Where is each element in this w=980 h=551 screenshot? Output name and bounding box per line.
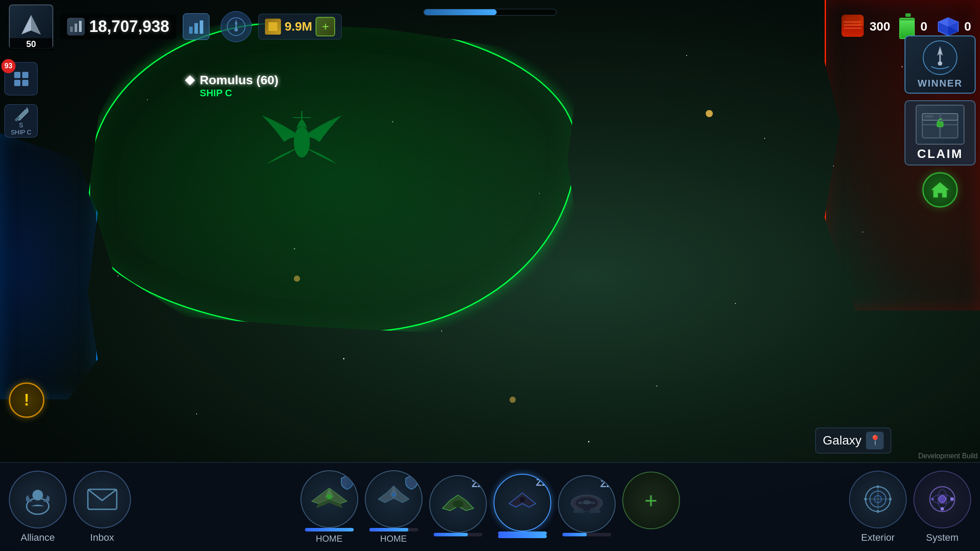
wrench-icon — [12, 106, 30, 122]
ship-2-health-bar — [369, 528, 418, 531]
power-icon — [67, 18, 85, 35]
green-resource-value: 0 — [921, 20, 928, 34]
grid-icon — [12, 70, 30, 88]
inbox-button[interactable]: Inbox — [73, 471, 131, 543]
claim-button[interactable]: CLAIM — [905, 100, 976, 165]
alliance-button-circle — [9, 471, 67, 528]
ship-4-health-bar-2 — [498, 535, 547, 538]
svg-point-34 — [520, 497, 525, 502]
svg-rect-7 — [194, 23, 198, 34]
repair-button[interactable]: SSHIP C — [4, 104, 38, 138]
sleep-4-icon: ZZ — [536, 477, 548, 488]
svg-point-50 — [889, 498, 892, 500]
svg-point-49 — [864, 498, 867, 500]
chart-button[interactable] — [183, 13, 209, 40]
alert-icon: ! — [24, 391, 29, 409]
exterior-circle — [849, 471, 907, 528]
starfleet-logo-icon — [18, 13, 44, 40]
sleep-3-icon: ZZ — [472, 478, 484, 490]
ship-shield-icon — [340, 475, 354, 492]
svg-rect-27 — [925, 115, 933, 118]
svg-rect-17 — [14, 80, 20, 86]
galaxy-label[interactable]: Galaxy 📍 — [815, 428, 891, 453]
bottom-bar: Alliance Inbox — [0, 462, 980, 551]
alliance-icon[interactable] — [221, 11, 252, 42]
svg-point-52 — [939, 496, 946, 503]
svg-rect-18 — [22, 80, 28, 86]
ship-circle-5: ZZ NCC-1701 — [558, 475, 616, 533]
svg-rect-3 — [70, 27, 73, 32]
svg-rect-39 — [583, 507, 590, 511]
system-button[interactable]: System — [913, 471, 971, 543]
red-resource: 300 — [842, 15, 890, 39]
inbox-icon — [86, 485, 119, 514]
svg-text:NCC-1701: NCC-1701 — [578, 501, 595, 505]
blue-resource: 0 — [936, 16, 971, 38]
power-display: 18,707,938 — [60, 14, 176, 39]
add-ship-circle: + — [622, 472, 680, 529]
currency-bar: 9.9M + — [258, 14, 342, 39]
svg-point-31 — [327, 494, 332, 500]
svg-point-47 — [877, 485, 879, 488]
ship-3-icon — [436, 486, 480, 522]
home-icon — [929, 179, 951, 201]
ship-slot-2[interactable]: HOME — [365, 470, 423, 544]
svg-rect-6 — [189, 27, 193, 34]
ship-4-health-bars — [498, 534, 547, 538]
ship-3-health-bar — [434, 533, 482, 536]
ship-5-health-bar — [562, 533, 611, 536]
right-panel: WINNER CLAIM — [905, 35, 976, 208]
ship-circle-3: ZZ — [429, 475, 487, 533]
ship-2-label: HOME — [380, 534, 407, 544]
svg-rect-5 — [79, 21, 82, 32]
svg-point-55 — [950, 497, 954, 501]
missions-badge: 93 — [1, 59, 16, 73]
ship-circle-2 — [365, 470, 423, 528]
location-ship: SHIP C — [200, 87, 232, 99]
home-button[interactable] — [922, 172, 958, 208]
ship-slot-4[interactable]: ZZ — [494, 474, 551, 540]
add-gold-button[interactable]: + — [316, 17, 335, 36]
red-resource-icon — [842, 15, 866, 39]
claim-crate-icon — [916, 105, 964, 145]
inbox-button-circle — [73, 471, 131, 528]
crystal-icon — [936, 16, 960, 38]
svg-rect-16 — [22, 72, 28, 78]
svg-point-10 — [234, 28, 238, 31]
left-panel: 93 SSHIP C — [0, 58, 40, 142]
missions-button[interactable]: 93 — [4, 62, 38, 95]
ship-circle-4: ZZ — [494, 474, 551, 531]
location-name: Romulus (60) — [200, 73, 278, 87]
ship-5-icon: NCC-1701 — [565, 486, 609, 522]
svg-rect-15 — [14, 72, 20, 78]
blue-resource-icon — [936, 16, 960, 38]
ship-4-health-fill-2 — [498, 535, 547, 538]
exterior-button[interactable]: Exterior — [849, 471, 907, 543]
inbox-label: Inbox — [90, 532, 114, 543]
player-avatar[interactable]: 50 — [9, 4, 53, 49]
ship-slot-1[interactable]: HOME — [300, 470, 358, 544]
winner-badge: WINNER — [905, 35, 976, 94]
ship-4-icon — [500, 485, 545, 520]
romulan-symbol — [249, 84, 355, 182]
blue-resource-value: 0 — [964, 20, 971, 34]
ship-slot-3[interactable]: ZZ — [429, 475, 487, 539]
crate-icon — [920, 109, 960, 140]
alliance-button[interactable]: Alliance — [9, 471, 67, 543]
ship-slot-5[interactable]: ZZ NCC-1701 — [558, 475, 616, 539]
svg-point-48 — [877, 510, 879, 513]
alert-button[interactable]: ! — [9, 382, 44, 418]
dev-build-label: Development Build — [918, 452, 978, 460]
exterior-label: Exterior — [861, 532, 895, 543]
location-pin-icon[interactable]: 📍 — [866, 432, 884, 449]
location-marker[interactable]: Romulus (60) SHIP C — [195, 73, 278, 99]
add-ship-button[interactable]: + — [622, 472, 680, 543]
top-hud: 50 18,707,938 — [0, 0, 980, 53]
power-value: 18,707,938 — [89, 17, 169, 36]
sleep-5-icon: ZZ — [601, 478, 612, 490]
alliance-nav-icon — [20, 482, 55, 517]
ship-2-health-fill — [369, 528, 408, 531]
system-icon — [926, 483, 959, 516]
player-level: 50 — [10, 38, 52, 50]
svg-point-57 — [931, 498, 934, 500]
